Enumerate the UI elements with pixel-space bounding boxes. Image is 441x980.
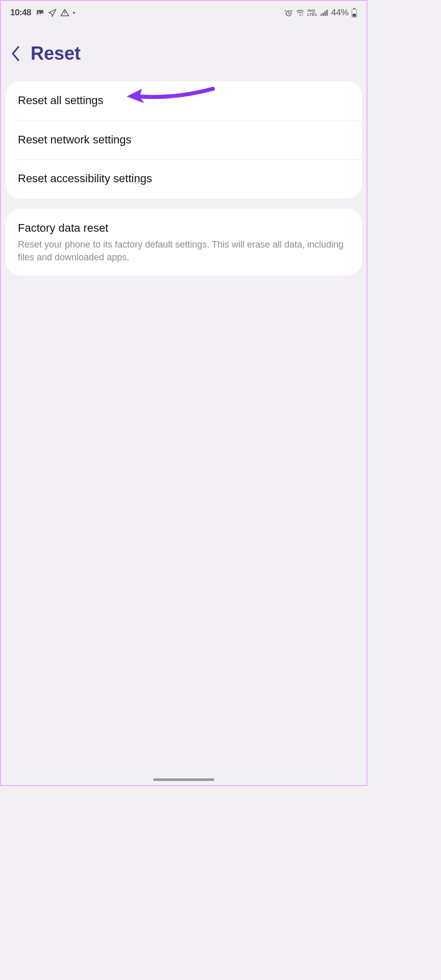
list-item-label: Factory data reset: [18, 222, 108, 234]
status-bar: 10:48 Vo))LTE1 44%: [1, 1, 366, 22]
status-bar-right: Vo))LTE1 44%: [284, 8, 357, 18]
back-button[interactable]: [10, 45, 21, 62]
reset-network-settings-item[interactable]: Reset network settings: [6, 120, 362, 160]
gesture-nav-bar[interactable]: [153, 778, 214, 781]
volte-indicator-icon: Vo))LTE1: [307, 9, 317, 17]
svg-rect-11: [353, 13, 356, 16]
battery-icon: [351, 8, 357, 18]
factory-reset-card: Factory data reset Reset your phone to i…: [6, 209, 362, 276]
page-header: Reset: [1, 22, 366, 77]
status-bar-left: 10:48: [10, 8, 75, 18]
list-item-label: Reset network settings: [18, 133, 132, 146]
wifi-icon: [296, 8, 305, 17]
reset-accessibility-settings-item[interactable]: Reset accessibility settings: [6, 159, 362, 199]
chevron-left-icon: [10, 45, 21, 62]
svg-rect-6: [323, 13, 324, 16]
reset-all-settings-item[interactable]: Reset all settings: [6, 81, 362, 120]
more-notifications-dot: [73, 12, 75, 14]
signal-icon: [320, 8, 329, 17]
alarm-icon: [284, 9, 293, 17]
factory-data-reset-item[interactable]: Factory data reset Reset your phone to i…: [6, 209, 362, 276]
svg-rect-8: [326, 10, 327, 16]
svg-point-2: [64, 13, 65, 14]
list-item-label: Reset accessibility settings: [18, 172, 152, 185]
battery-percentage-label: 44%: [331, 8, 349, 18]
list-item-label: Reset all settings: [18, 94, 104, 107]
list-item-description: Reset your phone to its factory default …: [18, 238, 350, 263]
warning-triangle-icon: [60, 8, 69, 17]
status-clock: 10:48: [10, 8, 31, 18]
svg-point-4: [300, 14, 301, 15]
page-title: Reset: [31, 43, 81, 64]
svg-rect-5: [321, 14, 322, 16]
reset-options-card: Reset all settings Reset network setting…: [6, 81, 362, 199]
paper-plane-icon: [48, 9, 57, 17]
svg-rect-7: [325, 11, 326, 16]
picture-icon: [36, 9, 44, 17]
svg-point-1: [38, 11, 39, 13]
